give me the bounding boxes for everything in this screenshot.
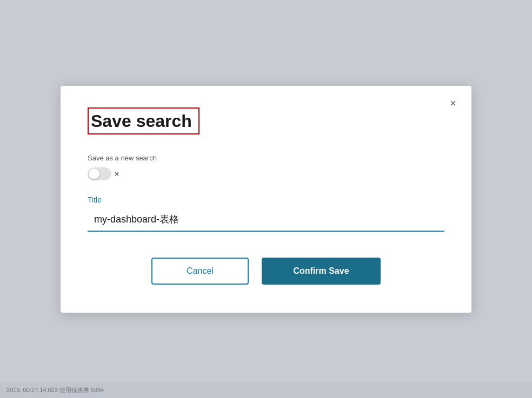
toggle-section: Save as a new search × — [88, 154, 444, 180]
cancel-button[interactable]: Cancel — [151, 258, 249, 285]
title-input[interactable] — [88, 208, 444, 232]
toggle-x-icon: × — [115, 170, 119, 178]
close-button[interactable]: × — [447, 96, 460, 111]
page-background: 2019, 00:27:14.023 使用优惠券 5964 × Save sea… — [0, 0, 532, 398]
toggle-knob — [89, 168, 99, 179]
modal-overlay: × Save search Save as a new search × Tit… — [0, 0, 532, 398]
modal-buttons: Cancel Confirm Save — [88, 258, 444, 285]
title-input-section: Title — [88, 195, 444, 232]
title-label: Title — [88, 195, 444, 204]
toggle-wrapper: × — [88, 167, 444, 180]
modal-dialog: × Save search Save as a new search × Tit… — [61, 86, 471, 313]
modal-title: Save search — [88, 107, 200, 134]
toggle-label: Save as a new search — [88, 154, 444, 162]
confirm-save-button[interactable]: Confirm Save — [262, 258, 381, 285]
save-as-new-toggle[interactable] — [88, 167, 111, 180]
